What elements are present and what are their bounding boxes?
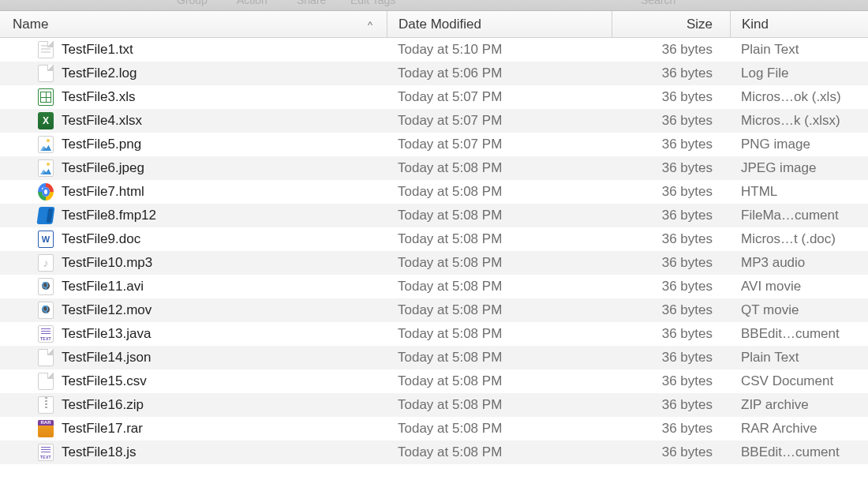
file-name: TestFile17.rar bbox=[62, 421, 143, 437]
cell-size: 36 bytes bbox=[612, 397, 730, 413]
file-name: TestFile15.csv bbox=[62, 373, 147, 389]
cell-name: TestFile9.doc bbox=[0, 231, 387, 248]
cell-size: 36 bytes bbox=[612, 231, 730, 247]
cell-size: 36 bytes bbox=[612, 444, 730, 460]
js-file-icon bbox=[38, 444, 54, 461]
table-row[interactable]: TestFile16.zipToday at 5:08 PM36 bytesZI… bbox=[0, 393, 868, 417]
cell-date: Today at 5:08 PM bbox=[387, 421, 612, 437]
column-header-size[interactable]: Size bbox=[612, 11, 730, 37]
json-file-icon bbox=[38, 349, 54, 366]
cell-name: TestFile12.mov bbox=[0, 302, 387, 319]
cell-size: 36 bytes bbox=[612, 42, 730, 58]
column-header-name-label: Name bbox=[13, 17, 48, 32]
cell-size: 36 bytes bbox=[612, 350, 730, 366]
fmp-file-icon bbox=[36, 207, 54, 224]
sort-ascending-icon: ^ bbox=[368, 18, 372, 30]
cell-date: Today at 5:07 PM bbox=[387, 113, 612, 129]
cell-name: TestFile5.png bbox=[0, 136, 387, 153]
table-row[interactable]: TestFile1.txtToday at 5:10 PM36 bytesPla… bbox=[0, 38, 868, 62]
cell-date: Today at 5:07 PM bbox=[387, 89, 612, 105]
cell-kind: ZIP archive bbox=[730, 397, 868, 413]
column-headers: Name ^ Date Modified Size Kind bbox=[0, 11, 868, 38]
toolbar-action[interactable]: Action bbox=[237, 0, 268, 6]
jpeg-file-icon bbox=[38, 159, 54, 177]
table-row[interactable]: TestFile8.fmp12Today at 5:08 PM36 bytesF… bbox=[0, 204, 868, 227]
file-name: TestFile5.png bbox=[62, 137, 141, 152]
file-name: TestFile18.js bbox=[62, 444, 136, 460]
file-name: TestFile8.fmp12 bbox=[62, 208, 156, 223]
file-name: TestFile12.mov bbox=[62, 302, 152, 318]
table-row[interactable]: TestFile6.jpegToday at 5:08 PM36 bytesJP… bbox=[0, 156, 868, 180]
cell-size: 36 bytes bbox=[612, 255, 730, 271]
cell-kind: HTML bbox=[730, 184, 868, 200]
table-row[interactable]: TestFile13.javaToday at 5:08 PM36 bytesB… bbox=[0, 322, 868, 346]
cell-size: 36 bytes bbox=[612, 326, 730, 342]
table-row[interactable]: TestFile2.logToday at 5:06 PM36 bytesLog… bbox=[0, 62, 868, 85]
mp3-file-icon bbox=[38, 254, 54, 272]
column-header-date[interactable]: Date Modified bbox=[387, 11, 612, 37]
java-file-icon bbox=[38, 325, 54, 343]
cell-name: TestFile15.csv bbox=[0, 373, 387, 390]
file-name: TestFile16.zip bbox=[62, 397, 144, 413]
cell-name: TestFile17.rar bbox=[0, 420, 387, 437]
xls-file-icon bbox=[38, 88, 54, 106]
html-file-icon bbox=[38, 183, 54, 201]
toolbar-share[interactable]: Share bbox=[297, 0, 326, 6]
file-name: TestFile14.json bbox=[62, 350, 151, 366]
toolbar-group[interactable]: Group bbox=[177, 0, 208, 6]
table-row[interactable]: TestFile7.htmlToday at 5:08 PM36 bytesHT… bbox=[0, 180, 868, 204]
cell-kind: PNG image bbox=[730, 137, 868, 152]
file-list: TestFile1.txtToday at 5:10 PM36 bytesPla… bbox=[0, 38, 868, 464]
cell-date: Today at 5:08 PM bbox=[387, 279, 612, 294]
cell-size: 36 bytes bbox=[612, 66, 730, 81]
cell-kind: AVI movie bbox=[730, 279, 868, 294]
cell-kind: FileMa…cument bbox=[730, 208, 868, 223]
column-header-name[interactable]: Name ^ bbox=[0, 11, 387, 37]
table-row[interactable]: TestFile12.movToday at 5:08 PM36 bytesQT… bbox=[0, 298, 868, 322]
table-row[interactable]: TestFile10.mp3Today at 5:08 PM36 bytesMP… bbox=[0, 251, 868, 275]
cell-date: Today at 5:08 PM bbox=[387, 326, 612, 342]
table-row[interactable]: TestFile9.docToday at 5:08 PM36 bytesMic… bbox=[0, 227, 868, 251]
cell-name: TestFile18.js bbox=[0, 444, 387, 461]
cell-date: Today at 5:08 PM bbox=[387, 350, 612, 366]
table-row[interactable]: TestFile4.xlsxToday at 5:07 PM36 bytesMi… bbox=[0, 109, 868, 133]
table-row[interactable]: TestFile5.pngToday at 5:07 PM36 bytesPNG… bbox=[0, 133, 868, 156]
table-row[interactable]: TestFile3.xlsToday at 5:07 PM36 bytesMic… bbox=[0, 85, 868, 109]
cell-name: TestFile1.txt bbox=[0, 41, 387, 58]
cell-kind: MP3 audio bbox=[730, 255, 868, 271]
cell-name: TestFile11.avi bbox=[0, 278, 387, 295]
png-file-icon bbox=[38, 136, 54, 153]
cell-name: TestFile10.mp3 bbox=[0, 254, 387, 272]
table-row[interactable]: TestFile17.rarToday at 5:08 PM36 bytesRA… bbox=[0, 417, 868, 441]
cell-size: 36 bytes bbox=[612, 373, 730, 389]
cell-name: TestFile7.html bbox=[0, 183, 387, 201]
cell-size: 36 bytes bbox=[612, 160, 730, 176]
table-row[interactable]: TestFile18.jsToday at 5:08 PM36 bytesBBE… bbox=[0, 441, 868, 464]
csv-file-icon bbox=[38, 373, 54, 390]
table-row[interactable]: TestFile11.aviToday at 5:08 PM36 bytesAV… bbox=[0, 275, 868, 298]
cell-date: Today at 5:08 PM bbox=[387, 184, 612, 200]
cell-kind: Plain Text bbox=[730, 350, 868, 366]
column-header-kind[interactable]: Kind bbox=[730, 11, 868, 37]
file-name: TestFile1.txt bbox=[62, 42, 133, 58]
table-row[interactable]: TestFile14.jsonToday at 5:08 PM36 bytesP… bbox=[0, 346, 868, 369]
column-header-date-label: Date Modified bbox=[398, 17, 481, 32]
txt-file-icon bbox=[38, 41, 54, 58]
cell-kind: Micros…t (.doc) bbox=[730, 231, 868, 247]
toolbar-edit-tags[interactable]: Edit Tags bbox=[350, 0, 395, 6]
cell-size: 36 bytes bbox=[612, 208, 730, 223]
cell-kind: BBEdit…cument bbox=[730, 326, 868, 342]
cell-date: Today at 5:08 PM bbox=[387, 373, 612, 389]
column-header-kind-label: Kind bbox=[742, 17, 769, 32]
toolbar: Group Action Share Edit Tags Search bbox=[0, 0, 868, 11]
cell-date: Today at 5:08 PM bbox=[387, 231, 612, 247]
toolbar-search[interactable]: Search bbox=[641, 0, 675, 6]
cell-size: 36 bytes bbox=[612, 302, 730, 318]
cell-kind: QT movie bbox=[730, 302, 868, 318]
cell-kind: RAR Archive bbox=[730, 421, 868, 437]
cell-kind: Log File bbox=[730, 66, 868, 81]
cell-name: TestFile2.log bbox=[0, 65, 387, 82]
xlsx-file-icon bbox=[38, 112, 54, 129]
cell-date: Today at 5:08 PM bbox=[387, 255, 612, 271]
table-row[interactable]: TestFile15.csvToday at 5:08 PM36 bytesCS… bbox=[0, 369, 868, 393]
